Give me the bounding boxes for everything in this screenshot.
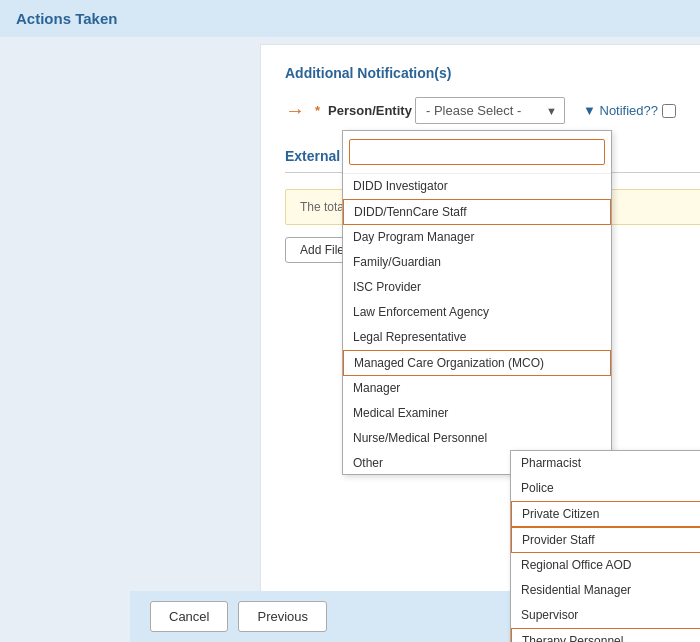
page-wrapper: Actions Taken Additional Notification(s)… — [0, 0, 700, 642]
dropdown-item[interactable]: Law Enforcement Agency — [343, 300, 611, 325]
dropdown-list: DIDD InvestigatorDIDD/TennCare StaffDay … — [343, 174, 611, 474]
dropdown-item[interactable]: DIDD Investigator — [343, 174, 611, 199]
notified-checkbox[interactable] — [662, 104, 676, 118]
person-entity-select[interactable]: - Please Select - — [415, 97, 565, 124]
arrow-icon: → — [285, 99, 305, 122]
dropdown-item[interactable]: Medical Examiner — [343, 401, 611, 426]
dropdown-item[interactable]: Provider Staff — [511, 527, 700, 553]
notified-label: ▼ Notified?? — [583, 103, 658, 118]
dropdown-item[interactable]: Managed Care Organization (MCO) — [343, 350, 611, 376]
person-entity-dropdown-continued: PharmacistPolicePrivate CitizenProvider … — [510, 450, 700, 642]
dropdown-item[interactable]: ISC Provider — [343, 275, 611, 300]
person-entity-label: Person/Entity — [328, 103, 412, 118]
dropdown-item[interactable]: Legal Representative — [343, 325, 611, 350]
dropdown-item[interactable]: Therapy Personnel — [511, 628, 700, 642]
actions-taken-header: Actions Taken — [0, 0, 700, 37]
dropdown-search-wrapper — [343, 131, 611, 174]
dropdown-item[interactable]: Nurse/Medical Personnel — [343, 426, 611, 451]
required-star: * — [315, 103, 320, 118]
dropdown-item[interactable]: Pharmacist — [511, 451, 700, 476]
cancel-button[interactable]: Cancel — [150, 601, 228, 632]
notified-triangle-icon: ▼ — [583, 103, 596, 118]
person-entity-row: → * Person/Entity - Please Select - ▼ ▼ … — [285, 97, 700, 124]
dropdown-item[interactable]: Residential Manager — [511, 578, 700, 603]
person-entity-select-wrapper[interactable]: - Please Select - ▼ — [415, 97, 565, 124]
additional-notifications-title: Additional Notification(s) — [285, 65, 700, 81]
person-entity-dropdown: DIDD InvestigatorDIDD/TennCare StaffDay … — [342, 130, 612, 475]
dropdown-item[interactable]: DIDD/TennCare Staff — [343, 199, 611, 225]
dropdown-item[interactable]: Manager — [343, 376, 611, 401]
dropdown-item[interactable]: Family/Guardian — [343, 250, 611, 275]
dropdown-item[interactable]: Supervisor — [511, 603, 700, 628]
previous-button[interactable]: Previous — [238, 601, 327, 632]
dropdown-item[interactable]: Day Program Manager — [343, 225, 611, 250]
dropdown-item[interactable]: Private Citizen — [511, 501, 700, 527]
dropdown-item[interactable]: Regional Office AOD — [511, 553, 700, 578]
dropdown-search-input[interactable] — [349, 139, 605, 165]
arrow-label: → * Person/Entity — [285, 99, 415, 122]
header-title: Actions Taken — [16, 10, 117, 27]
dropdown-item[interactable]: Police — [511, 476, 700, 501]
